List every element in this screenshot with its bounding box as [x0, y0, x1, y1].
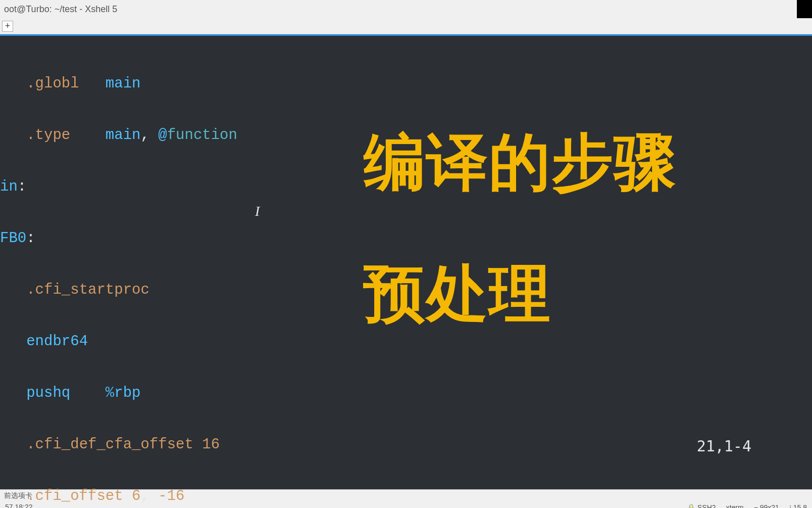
annotation-overlay: 编译的步骤 预处理: [364, 127, 812, 330]
new-tab-button[interactable]: +: [2, 21, 13, 32]
instruction: endbr64: [0, 333, 88, 350]
overlay-title: 编译的步骤: [364, 127, 812, 198]
terminal-viewport[interactable]: .globl main .type main, @function in: FB…: [0, 36, 812, 489]
label: in: [0, 178, 18, 195]
tab-bar: +: [0, 18, 812, 34]
window-title: oot@Turbo: ~/test - Xshell 5: [4, 4, 117, 15]
directive: .cfi_offset: [0, 488, 132, 504]
directive: .cfi_def_cfa_offset: [0, 436, 202, 453]
directive: .globl: [0, 75, 106, 92]
overlay-subtitle: 预处理: [364, 258, 812, 329]
instruction: pushq: [0, 385, 106, 401]
titlebar-dark-patch: [797, 0, 812, 18]
text-cursor-icon: [255, 203, 256, 218]
window-titlebar: oot@Turbo: ~/test - Xshell 5: [0, 0, 812, 18]
terminal-border: .globl main .type main, @function in: FB…: [0, 34, 812, 489]
symbol: main: [106, 75, 141, 92]
vim-position-indicator: 21,1-4: [697, 438, 751, 455]
directive: .cfi_startproc: [0, 282, 149, 298]
label: FB0: [0, 230, 26, 247]
directive: .type: [0, 127, 106, 144]
